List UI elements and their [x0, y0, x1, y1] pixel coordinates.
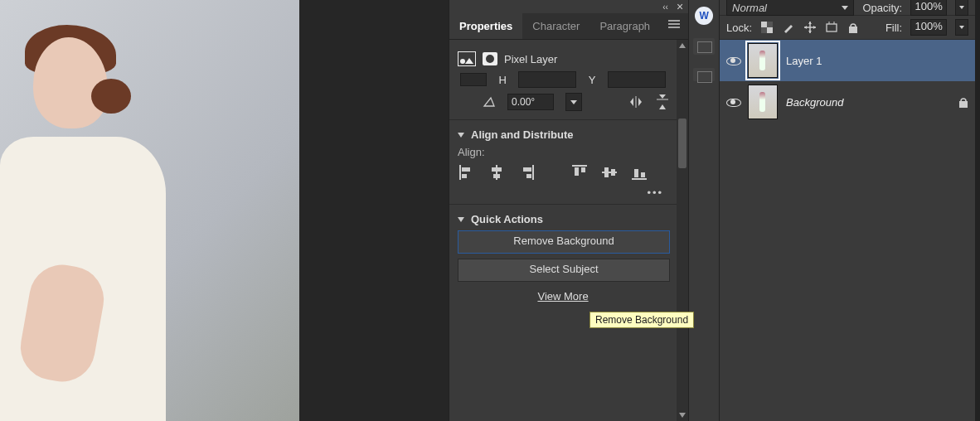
- fill-field[interactable]: 100%: [910, 19, 947, 36]
- svg-rect-6: [767, 27, 773, 33]
- align-hcenter-icon[interactable]: [489, 165, 504, 180]
- collapsed-panel-icon[interactable]: [693, 68, 715, 81]
- align-more-icon[interactable]: •••: [458, 186, 668, 199]
- workspace-background: [299, 0, 449, 421]
- svg-rect-5: [761, 22, 767, 27]
- opacity-label: Opacity:: [862, 2, 902, 14]
- align-section-header[interactable]: Align and Distribute: [458, 128, 668, 141]
- lock-label: Lock:: [726, 22, 752, 34]
- collapsed-panel-strip: W: [688, 0, 719, 421]
- align-left-icon[interactable]: [459, 165, 474, 180]
- lock-paint-icon[interactable]: [782, 21, 795, 34]
- svg-rect-9: [827, 24, 837, 31]
- layer-type-label: Pixel Layer: [504, 53, 557, 65]
- panel-menu-icon[interactable]: [660, 13, 688, 39]
- align-top-icon[interactable]: [572, 165, 587, 180]
- select-subject-button[interactable]: Select Subject: [458, 259, 670, 282]
- rotation-icon: [483, 96, 496, 108]
- properties-scrollbar[interactable]: [677, 40, 688, 421]
- canvas[interactable]: [0, 0, 299, 421]
- lock-artboard-icon[interactable]: [825, 21, 838, 34]
- layer-thumbnail[interactable]: [748, 85, 778, 119]
- fill-dropdown[interactable]: [955, 19, 968, 36]
- layer-thumbnail[interactable]: [748, 43, 778, 78]
- remove-background-button[interactable]: Remove Background: [458, 230, 670, 254]
- svg-rect-7: [767, 22, 773, 27]
- align-label: Align:: [458, 146, 668, 158]
- visibility-toggle-icon[interactable]: [726, 95, 740, 109]
- layer-name[interactable]: Background: [786, 96, 843, 109]
- layers-panel: Normal Opacity: 100% Lock: Fill: 100% La…: [719, 0, 975, 421]
- layer-row[interactable]: Background: [720, 81, 975, 123]
- tab-paragraph[interactable]: Paragraph: [589, 13, 660, 39]
- panel-close-icon[interactable]: ×: [677, 0, 683, 13]
- panel-collapse-icon[interactable]: ‹‹: [662, 2, 668, 12]
- y-label: Y: [589, 74, 596, 86]
- flip-horizontal-icon[interactable]: [630, 96, 645, 108]
- scroll-up-icon[interactable]: [679, 43, 686, 48]
- workspace-badge[interactable]: W: [695, 7, 713, 25]
- tab-character[interactable]: Character: [522, 13, 589, 39]
- pixel-layer-icon: [458, 51, 476, 66]
- collapsed-panel-icon[interactable]: [693, 38, 715, 55]
- layer-name[interactable]: Layer 1: [786, 55, 822, 67]
- tooltip: Remove Background: [589, 312, 694, 328]
- blend-mode-select[interactable]: Normal: [726, 0, 854, 16]
- align-right-icon[interactable]: [519, 165, 534, 180]
- layer-row[interactable]: Layer 1: [720, 40, 975, 81]
- link-wh-toggle[interactable]: [460, 73, 487, 86]
- properties-tabbar: Properties Character Paragraph: [449, 13, 688, 40]
- quick-actions-header[interactable]: Quick Actions: [458, 213, 668, 225]
- properties-panel: ‹‹ × Properties Character Paragraph Pixe…: [449, 0, 688, 421]
- scroll-down-icon[interactable]: [679, 413, 686, 418]
- height-field[interactable]: [518, 71, 576, 88]
- scrollbar-thumb[interactable]: [678, 119, 686, 168]
- photo-subject: [0, 0, 166, 421]
- view-more-link[interactable]: View More: [537, 290, 588, 302]
- visibility-toggle-icon[interactable]: [726, 54, 740, 67]
- align-bottom-icon[interactable]: [632, 165, 647, 180]
- tab-properties[interactable]: Properties: [449, 13, 522, 39]
- lock-all-icon[interactable]: [847, 21, 860, 34]
- opacity-field[interactable]: 100%: [910, 0, 947, 16]
- lock-position-icon[interactable]: [803, 21, 817, 34]
- rotation-field[interactable]: [507, 94, 554, 110]
- fill-label: Fill:: [885, 22, 902, 34]
- opacity-dropdown[interactable]: [955, 0, 968, 16]
- lock-icon[interactable]: [958, 96, 968, 108]
- y-field[interactable]: [608, 71, 666, 88]
- svg-rect-13: [959, 101, 968, 108]
- h-label: H: [499, 74, 507, 86]
- rotation-dropdown[interactable]: [565, 93, 582, 111]
- svg-rect-12: [849, 27, 857, 33]
- align-vcenter-icon[interactable]: [602, 165, 617, 180]
- flip-vertical-icon[interactable]: [657, 94, 668, 109]
- svg-rect-8: [761, 27, 767, 33]
- mask-icon: [483, 52, 497, 65]
- lock-transparent-icon[interactable]: [760, 21, 774, 34]
